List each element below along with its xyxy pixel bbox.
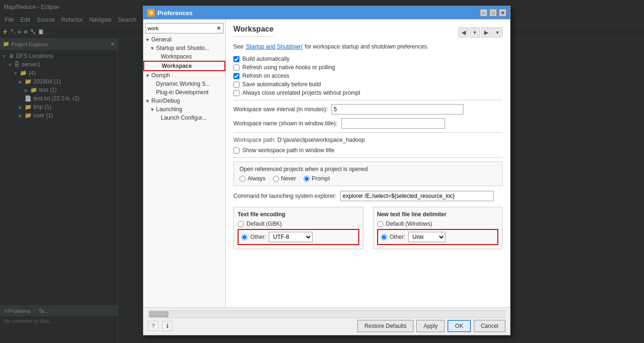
workspace-name-input[interactable] [341, 118, 445, 129]
delimiter-select[interactable]: Unix Windows Mac [408, 232, 446, 242]
expand-icon [155, 54, 159, 59]
nav-forward-button[interactable]: ▶ [481, 27, 491, 38]
nav-back-button[interactable]: ◀ [458, 27, 469, 38]
footer-left: ? ℹ [148, 321, 173, 331]
refresh-access-label: Refresh on access [242, 73, 289, 79]
preference-tree: ✕ ▼ General ▼ Startup and Shutdo... Work… [143, 19, 226, 307]
help-button[interactable]: ? [148, 321, 158, 331]
expand-icon: ▼ [150, 46, 155, 51]
radio-always-input[interactable] [239, 176, 246, 182]
tree-item-plugin-dev[interactable]: Plug-in Development [143, 88, 225, 97]
cancel-button[interactable]: Cancel [474, 320, 505, 332]
separator-3 [233, 157, 503, 158]
checkbox-refresh-access: Refresh on access [233, 73, 503, 79]
checkbox-save-before-build: Save automatically before build [233, 81, 503, 88]
pref-header-row: Workspace ◀ ▾ ▶ ▾ [233, 25, 503, 40]
separator-2 [233, 132, 503, 133]
clear-search-icon[interactable]: ✕ [216, 25, 221, 32]
refresh-access-checkbox[interactable] [233, 73, 239, 79]
nav-dropdown2-button[interactable]: ▾ [492, 27, 503, 38]
refresh-native-checkbox[interactable] [233, 65, 239, 71]
workspace-path-label: Workspace path: [233, 137, 276, 143]
encoding-default-row: Default (GBK) [238, 220, 359, 227]
checkbox-refresh-native: Refresh using native hooks or polling [233, 64, 503, 71]
cmd-row: Command for launching system explorer: [233, 191, 503, 201]
tree-item-dynamic-working[interactable]: Dynamic Working S... [143, 80, 225, 88]
tree-item-run-debug[interactable]: ▼ Run/Debug [143, 97, 225, 105]
radio-always-label: Always [248, 175, 265, 182]
expand-icon [155, 115, 159, 121]
build-auto-label: Build automatically [242, 56, 289, 62]
footer-right: Restore Defaults Apply OK Cancel [357, 320, 505, 332]
workspace-name-row: Workspace name (shown in window title): [233, 118, 503, 129]
separator-1 [233, 100, 503, 100]
delimiter-default-radio[interactable] [377, 221, 383, 227]
save-interval-input[interactable] [331, 104, 463, 114]
scrollbar-thumb[interactable] [149, 311, 168, 317]
encoding-title: Text file encoding [238, 211, 359, 218]
minimize-button[interactable]: ─ [480, 9, 487, 16]
show-path-checkbox[interactable] [233, 147, 239, 154]
close-button[interactable]: ✕ [499, 9, 506, 16]
search-input[interactable] [148, 25, 215, 31]
preferences-dialog: ⚙ Preferences ─ □ ✕ ✕ ▼ General [143, 6, 511, 335]
encoding-default-radio[interactable] [238, 221, 244, 227]
dialog-titlebar-buttons: ─ □ ✕ [480, 9, 506, 16]
button-row: ? ℹ Restore Defaults Apply OK Cancel [148, 320, 505, 332]
dialog-title: Preferences [157, 9, 192, 16]
show-path-label: Show workspace path in window title [242, 147, 334, 154]
open-projects-section: Open referenced projects when a project … [233, 162, 503, 186]
pref-nav-arrows: ◀ ▾ ▶ ▾ [458, 27, 503, 38]
tree-item-launching[interactable]: ▼ Launching [143, 105, 225, 114]
expand-icon: ▼ [145, 37, 150, 42]
scrollbar[interactable] [148, 310, 505, 318]
info-button[interactable]: ℹ [162, 321, 173, 331]
tree-item-workspaces[interactable]: Workspaces [143, 52, 225, 61]
restore-defaults-button[interactable]: Restore Defaults [357, 320, 413, 332]
encoding-select[interactable]: UTF-8 UTF-16 ISO-8859-1 [269, 232, 313, 242]
checkbox-show-path: Show workspace path in window title [233, 147, 503, 154]
save-interval-label: Workspace save interval (in minutes): [233, 106, 328, 113]
workspace-path-value: D:\java\eclipse\workspace_hadoop [277, 137, 364, 143]
save-before-build-label: Save automatically before build [242, 81, 321, 88]
tree-item-general[interactable]: ▼ General [143, 35, 225, 44]
line-delimiter-box: New text file line delimiter Default (Wi… [373, 207, 503, 249]
tree-item-workspace[interactable]: Workspace [143, 61, 225, 71]
radio-never-input[interactable] [273, 176, 279, 182]
expand-icon [150, 82, 155, 87]
encoding-other-radio[interactable] [241, 234, 248, 240]
startup-shutdown-link[interactable]: 'Startup and Shutdown' [245, 43, 303, 50]
tree-item-startup[interactable]: ▼ Startup and Shutdo... [143, 44, 225, 52]
search-box[interactable]: ✕ [145, 23, 223, 33]
delimiter-other-radio[interactable] [381, 234, 387, 240]
always-close-checkbox[interactable] [233, 90, 239, 96]
text-encoding-box: Text file encoding Default (GBK) Other: … [233, 207, 363, 249]
checkbox-always-close: Always close unrelated projects without … [233, 90, 503, 96]
radio-prompt-input[interactable] [304, 176, 310, 182]
nav-dropdown-button[interactable]: ▾ [470, 27, 480, 38]
save-interval-row: Workspace save interval (in minutes): [233, 104, 503, 114]
build-auto-checkbox[interactable] [233, 56, 239, 62]
delimiter-default-label: Default (Windows) [386, 220, 432, 227]
dialog-title-left: ⚙ Preferences [147, 9, 192, 16]
expand-icon [150, 90, 155, 95]
save-before-build-checkbox[interactable] [233, 82, 239, 88]
tree-item-oomph[interactable]: ▼ Oomph [143, 71, 225, 80]
apply-button[interactable]: Apply [416, 320, 445, 332]
expand-icon: ▼ [145, 73, 150, 78]
expand-icon: ▼ [145, 98, 150, 104]
maximize-button[interactable]: □ [489, 9, 497, 16]
cmd-label: Command for launching system explorer: [233, 193, 337, 199]
dialog-footer: ? ℹ Restore Defaults Apply OK Cancel [143, 307, 510, 335]
encoding-default-label: Default (GBK) [247, 220, 282, 227]
cmd-input[interactable] [340, 191, 494, 201]
tree-item-launch-config[interactable]: Launch Configur... [143, 114, 225, 122]
expand-icon [156, 64, 160, 69]
workspace-name-label: Workspace name (shown in window title): [233, 120, 338, 127]
delimiter-other-row-box: Other: Unix Windows Mac [377, 229, 499, 245]
encoding-other-label: Other: [250, 234, 266, 240]
workspace-path-row: Workspace path: D:\java\eclipse\workspac… [233, 137, 503, 143]
radio-prompt-label: Prompt [312, 175, 330, 182]
ok-button[interactable]: OK [447, 320, 471, 332]
radio-never: Never [273, 175, 296, 182]
